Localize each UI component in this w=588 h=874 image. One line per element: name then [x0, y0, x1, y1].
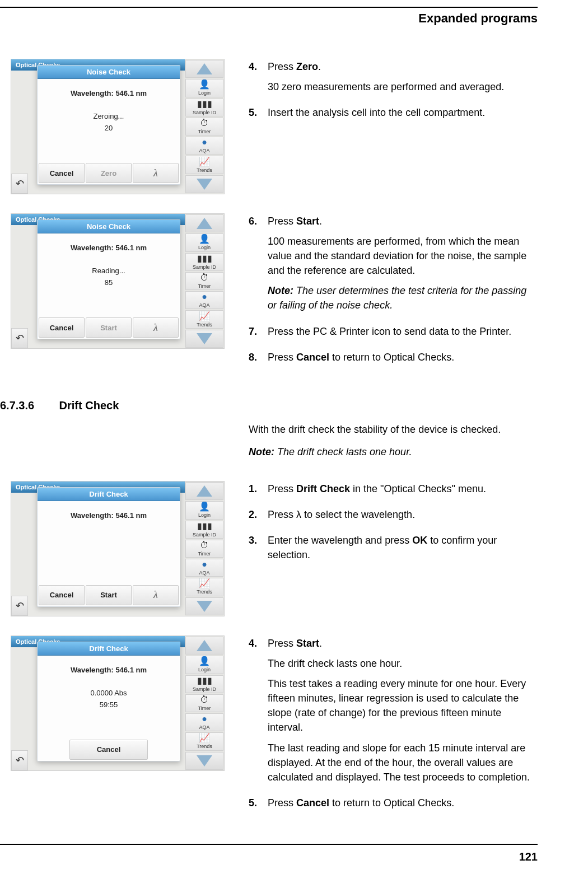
start-button[interactable]: Start [86, 585, 132, 605]
barcode-icon: ▮▮▮ [197, 522, 212, 531]
scroll-up-button[interactable] [185, 60, 223, 78]
step-text: . [319, 638, 322, 649]
trends-icon: 📈 [199, 579, 210, 588]
trends-icon: 📈 [199, 312, 210, 321]
step-text: Press [268, 797, 296, 808]
section-heading: 6.7.3.6 Drift Check [0, 396, 538, 422]
trends-button[interactable]: 📈Trends [185, 732, 223, 750]
step-number: 5. [249, 105, 268, 125]
timer-button[interactable]: ⏱Timer [185, 272, 223, 290]
step-number: 5. [249, 796, 268, 816]
aqa-icon: ● [202, 292, 207, 301]
sample-id-button[interactable]: ▮▮▮Sample ID [185, 253, 223, 271]
step-text: Enter the wavelength and press [268, 535, 412, 546]
noise-check-dialog: Noise Check Wavelength: 546.1 nm Zeroing… [37, 65, 180, 185]
step-detail: This test takes a reading every minute f… [268, 676, 538, 735]
back-icon: ↶ [16, 332, 24, 344]
scroll-down-button[interactable] [185, 597, 223, 615]
step-text: in the "Optical Checks" menu. [350, 483, 486, 494]
wavelength-label: Wavelength: 546.1 nm [71, 89, 147, 97]
sample-id-button[interactable]: ▮▮▮Sample ID [185, 521, 223, 539]
back-icon: ↶ [16, 754, 24, 766]
step-text: Press [268, 638, 296, 649]
login-icon: 👤 [199, 80, 210, 89]
section-title: Drift Check [59, 399, 119, 412]
step-5b: 5. Press Cancel to return to Optical Che… [249, 796, 538, 816]
step-text: Press λ to select the wavelength. [268, 507, 538, 522]
step-detail: The drift check lasts one hour. [268, 656, 538, 671]
back-button[interactable]: ↶ [11, 328, 28, 348]
back-button[interactable]: ↶ [11, 174, 28, 194]
cancel-button[interactable]: Cancel [39, 585, 85, 605]
drift-check-dialog: Drift Check Wavelength: 546.1 nm 0.0000 … [37, 642, 180, 761]
lambda-button[interactable]: λ [133, 585, 179, 605]
login-button[interactable]: 👤Login [185, 501, 223, 519]
scroll-up-button[interactable] [185, 637, 223, 655]
step-5: 5. Insert the analysis cell into the cel… [249, 105, 538, 125]
note-label: Note: [268, 285, 293, 296]
cancel-button[interactable]: Cancel [39, 163, 85, 183]
cancel-button[interactable]: Cancel [39, 317, 85, 338]
step-7: 7. Press the PC & Printer icon to send d… [249, 324, 538, 344]
step-number: 8. [249, 350, 268, 370]
lambda-button[interactable]: λ [133, 317, 179, 338]
aqa-icon: ● [202, 714, 207, 723]
aqa-button[interactable]: ●AQA [185, 291, 223, 309]
wavelength-label: Wavelength: 546.1 nm [71, 244, 147, 252]
timer-button[interactable]: ⏱Timer [185, 540, 223, 558]
step-4b: 4. Press Start. The drift check lasts on… [249, 636, 538, 790]
back-button[interactable]: ↶ [11, 596, 28, 616]
scroll-up-button[interactable] [185, 214, 223, 232]
start-button[interactable]: Start [86, 317, 132, 338]
intro-text: With the drift check the stability of th… [249, 422, 538, 437]
time-label: 59:55 [100, 700, 118, 709]
step-number: 3. [249, 533, 268, 568]
trends-button[interactable]: 📈Trends [185, 156, 223, 174]
lambda-button[interactable]: λ [133, 163, 179, 183]
step-number: 4. [249, 59, 268, 100]
count-label: 85 [105, 278, 113, 287]
step-bold: Start [296, 216, 319, 227]
device-sidebar: 👤Login ▮▮▮Sample ID ⏱Timer ●AQA 📈Trends [185, 482, 224, 616]
step-bold: Drift Check [296, 483, 350, 494]
back-button[interactable]: ↶ [11, 750, 28, 770]
timer-icon: ⏱ [200, 273, 209, 282]
aqa-button[interactable]: ●AQA [185, 559, 223, 577]
login-button[interactable]: 👤Login [185, 233, 223, 251]
scroll-up-button[interactable] [185, 482, 223, 500]
timer-button[interactable]: ⏱Timer [185, 118, 223, 135]
barcode-icon: ▮▮▮ [197, 100, 212, 109]
lambda-icon: λ [153, 322, 158, 334]
step-3: 3. Enter the wavelength and press OK to … [249, 533, 538, 568]
scroll-down-button[interactable] [185, 330, 223, 348]
aqa-button[interactable]: ●AQA [185, 137, 223, 155]
login-icon: 👤 [199, 235, 210, 244]
step-bold: OK [412, 535, 427, 546]
sample-id-button[interactable]: ▮▮▮Sample ID [185, 675, 223, 693]
step-number: 2. [249, 507, 268, 527]
step-text: Press [268, 61, 296, 72]
step-bold: Start [296, 638, 319, 649]
trends-button[interactable]: 📈Trends [185, 310, 223, 328]
step-1: 1. Press Drift Check in the "Optical Che… [249, 482, 538, 502]
timer-button[interactable]: ⏱Timer [185, 694, 223, 712]
scroll-down-button[interactable] [185, 752, 223, 770]
scroll-down-button[interactable] [185, 175, 223, 193]
aqa-icon: ● [202, 560, 207, 569]
step-number: 1. [249, 482, 268, 502]
login-button[interactable]: 👤Login [185, 79, 223, 97]
login-button[interactable]: 👤Login [185, 656, 223, 674]
aqa-button[interactable]: ●AQA [185, 713, 223, 731]
step-8: 8. Press Cancel to return to Optical Che… [249, 350, 538, 370]
step-number: 4. [249, 636, 268, 790]
step-text: Press [268, 216, 296, 227]
timer-icon: ⏱ [200, 695, 209, 704]
step-number: 7. [249, 324, 268, 344]
zero-button[interactable]: Zero [86, 163, 132, 183]
login-icon: 👤 [199, 502, 210, 511]
cancel-button[interactable]: Cancel [69, 740, 148, 760]
sample-id-button[interactable]: ▮▮▮Sample ID [185, 99, 223, 116]
trends-button[interactable]: 📈Trends [185, 578, 223, 596]
count-label: 20 [105, 124, 113, 132]
lambda-icon: λ [153, 589, 158, 601]
